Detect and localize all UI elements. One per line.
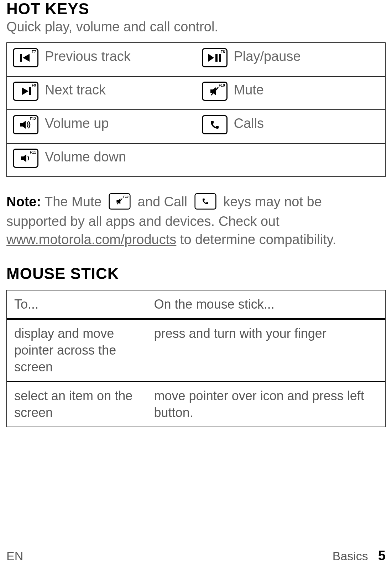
table-cell: display and move pointer across the scre… [7,320,147,381]
hotkeys-cell: F11 Volume down [7,144,196,176]
table-row: select an item on the screen move pointe… [7,382,385,427]
volume-up-icon [20,120,32,129]
fn-label: F8 [221,50,225,54]
fn-label: F12 [30,117,36,121]
svg-marker-9 [20,121,26,129]
volume-down-icon [20,154,31,163]
play-pause-key: F8 [202,48,228,67]
mute-icon [210,87,220,96]
table-header-cell: On the mouse stick... [147,290,385,319]
fn-label: F11 [30,150,36,154]
hotkeys-cell-empty [196,144,385,176]
phone-icon [210,120,220,130]
table-row: display and move pointer across the scre… [7,320,385,382]
hotkeys-cell: F10 Mute [196,77,385,109]
hotkeys-row: F7 Previous track F8 Play/pause [7,43,385,77]
note-label: Note: [6,194,41,209]
footer-page-number: 5 [378,548,386,563]
calls-key-inline [194,193,216,210]
hotkeys-cell: F8 Play/pause [196,43,385,76]
prev-track-icon [20,54,31,62]
hotkeys-row: F9 Next track F10 Mute [7,77,385,110]
next-track-key: F9 [13,82,38,101]
svg-rect-4 [219,54,221,62]
mute-icon [116,198,123,205]
svg-marker-5 [22,87,28,95]
note-paragraph: Note: The Mute F10 and Call keys may not… [6,193,386,249]
hotkeys-cell: Calls [196,110,385,143]
svg-marker-10 [21,154,26,162]
page-footer: EN Basics 5 [6,548,386,563]
compatibility-link[interactable]: www.motorola.com/products [6,232,176,247]
hotkey-label: Previous track [45,48,131,64]
hotkey-label: Mute [234,82,264,98]
next-track-icon [20,87,31,95]
mouse-stick-table: To... On the mouse stick... display and … [6,290,386,428]
table-cell: select an item on the screen [7,382,147,427]
svg-marker-2 [208,54,214,62]
footer-section: Basics [333,549,368,563]
prev-track-key: F7 [13,48,38,67]
hotkeys-table: F7 Previous track F8 Play/pause [6,42,386,177]
hotkey-label: Volume down [45,149,126,165]
table-cell: move pointer over icon and press left bu… [147,382,385,427]
svg-rect-0 [20,54,22,62]
table-header-cell: To... [7,290,147,319]
hotkeys-cell: F7 Previous track [7,43,196,76]
footer-language: EN [6,549,23,563]
hotkeys-subtitle: Quick play, volume and call control. [6,19,386,35]
hotkeys-cell: F9 Next track [7,77,196,109]
note-text: to determine compatibility. [176,232,336,247]
hotkeys-row: F11 Volume down [7,144,385,176]
hotkey-label: Next track [45,82,106,98]
hotkey-label: Calls [234,115,264,131]
hotkey-label: Play/pause [234,48,301,64]
play-pause-icon [208,54,221,62]
mute-key-inline: F10 [109,193,130,210]
phone-icon [202,198,209,205]
note-text: The Mute [41,194,105,209]
hotkey-label: Volume up [45,115,109,131]
hotkeys-row: F12 Volume up Calls [7,110,385,144]
note-text: and Call [134,194,191,209]
mute-key: F10 [202,82,228,101]
table-header: To... On the mouse stick... [7,290,385,320]
hotkeys-title: HOT KEYS [6,0,386,18]
calls-key [202,115,228,134]
mouse-stick-title: MOUSE STICK [6,265,386,283]
volume-down-key: F11 [13,149,38,168]
svg-rect-3 [215,54,218,62]
fn-label: F10 [123,195,129,199]
svg-marker-1 [23,54,30,62]
svg-rect-6 [29,87,31,95]
table-cell: press and turn with your finger [147,320,385,381]
fn-label: F7 [32,50,36,54]
fn-label: F9 [32,83,36,87]
hotkeys-cell: F12 Volume up [7,110,196,143]
fn-label: F10 [219,83,225,87]
volume-up-key: F12 [13,115,38,134]
